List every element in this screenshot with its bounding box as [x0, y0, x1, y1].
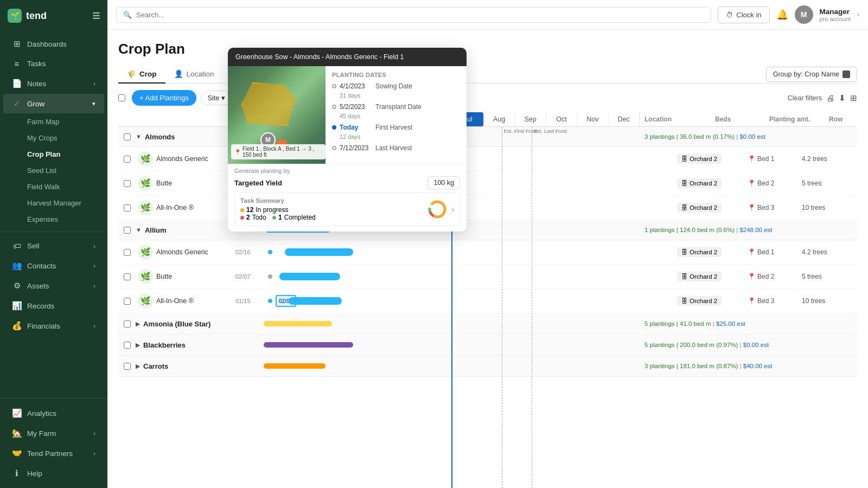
location-icon: 🗄	[681, 156, 688, 162]
group-name-blackberries: Blackberries	[143, 341, 186, 349]
location-tag: 🗄 Orchard 2	[677, 296, 722, 306]
bar-dot	[268, 274, 272, 279]
sidebar-item-my-farm[interactable]: 🏡 My Farm ›	[3, 423, 104, 443]
user-menu-chevron[interactable]: ›	[857, 11, 859, 18]
planting-name: Almonds Generic	[156, 155, 208, 163]
task-counts: Task Summary 12 In progress 2 Todo 1 Com…	[240, 197, 423, 221]
tooltip-task-summary[interactable]: Task Summary 12 In progress 2 Todo 1 Com…	[234, 192, 460, 226]
sidebar-item-label: Sell	[27, 242, 40, 250]
sidebar-item-sell[interactable]: 🏷 Sell ›	[3, 236, 104, 255]
tab-location[interactable]: 👤 Location	[165, 65, 223, 84]
clear-filters-link[interactable]: Clear filters	[788, 94, 822, 102]
sidebar-menu-icon[interactable]: ☰	[92, 11, 100, 21]
search-box[interactable]: 🔍	[116, 7, 711, 23]
clock-label: Clock in	[736, 11, 761, 19]
group-bar-amsonia	[264, 321, 332, 326]
search-input[interactable]	[136, 11, 704, 19]
sidebar-subitem-label: My Crops	[27, 134, 58, 142]
group-header-blackberries: ▶ Blackberries 5 plantings | 200.0 bed m…	[118, 335, 857, 356]
sidebar-subitem-label: Seed List	[27, 166, 56, 175]
group-collapse-allium[interactable]: ▼	[136, 227, 142, 233]
location-icon: 🗄	[681, 180, 688, 187]
group-checkbox-almonds[interactable]	[124, 133, 131, 140]
sidebar-item-crop-plan[interactable]: Crop Plan	[3, 146, 104, 162]
tooltip-right-panel: Planting Dates 4/1/2023 Sowing Date 31 d…	[326, 66, 467, 164]
row-checkbox[interactable]	[124, 204, 131, 211]
sidebar-item-label: Analytics	[27, 409, 56, 418]
sidebar-item-records[interactable]: 📊 Records	[3, 296, 104, 316]
filter-label: Site	[208, 94, 220, 102]
sidebar-item-farm-map[interactable]: Farm Map	[3, 114, 104, 130]
group-checkbox-allium[interactable]	[124, 227, 131, 234]
group-checkbox-blackberries[interactable]	[124, 342, 131, 349]
sidebar-item-harvest-manager[interactable]: Harvest Manager	[3, 195, 104, 211]
row-checkbox[interactable]	[124, 249, 131, 256]
group-checkbox-amsonia[interactable]	[124, 320, 131, 328]
sidebar-item-seed-list[interactable]: Seed List	[3, 163, 104, 178]
clock-in-button[interactable]: ⏱ Clock in	[718, 7, 769, 23]
group-info-blue: $0.00 est	[739, 133, 765, 140]
group-by-button[interactable]: Group by: Crop Name	[766, 67, 857, 82]
group-collapse-almonds[interactable]: ▼	[136, 133, 142, 140]
group-checkbox-carrots[interactable]	[124, 363, 131, 370]
planting-bar-allium-1[interactable]	[285, 248, 353, 256]
crop-icon: 🌿	[138, 200, 153, 215]
sidebar-item-field-walk[interactable]: Field Walk	[3, 179, 104, 195]
sidebar-item-assets[interactable]: ⚙ Assets ›	[3, 276, 104, 296]
sidebar-item-notes[interactable]: 📄 Notes ›	[3, 74, 104, 93]
group-collapse-blackberries[interactable]: ▶	[136, 342, 140, 349]
columns-icon[interactable]: ⊞	[850, 93, 857, 103]
completed-count: 1	[278, 214, 282, 221]
tend-partners-expand-icon: ›	[93, 450, 95, 457]
first-harvest-label: First Harvest	[375, 124, 412, 131]
group-collapse-amsonia[interactable]: ▶	[136, 320, 140, 328]
row-checkbox[interactable]	[124, 156, 131, 163]
planting-bar-allium-3[interactable]	[289, 297, 342, 305]
sidebar-item-grow[interactable]: ✓ Grow ▾	[3, 94, 104, 113]
my-farm-icon: 🏡	[12, 428, 22, 438]
sidebar-item-label: Notes	[27, 80, 46, 88]
sidebar-item-contacts[interactable]: 👥 Contacts ›	[3, 256, 104, 275]
planting-date-sowing: 4/1/2023 Sowing Date	[332, 82, 460, 90]
group-info-carrots: 3 plantings | 181.0 bed m (0.87%) | $40.…	[640, 361, 857, 371]
location-cell: 🗄 Orchard 2	[673, 203, 743, 213]
sidebar-item-expenses[interactable]: Expenses	[3, 211, 104, 227]
location-value: Orchard 2	[690, 180, 717, 187]
add-plantings-button[interactable]: + Add Plantings	[132, 90, 196, 106]
row-checkbox[interactable]	[124, 273, 131, 280]
first-harvest-date: Today	[340, 124, 372, 131]
planting-bar-allium-2[interactable]	[279, 273, 340, 280]
contacts-expand-icon: ›	[93, 262, 95, 269]
sidebar-item-help[interactable]: ℹ Help	[3, 464, 104, 483]
col-header-location: Location	[640, 112, 711, 126]
notes-expand-icon: ›	[93, 80, 95, 87]
task-counts-row2: 2 Todo 1 Completed	[240, 214, 423, 221]
tab-crop[interactable]: 🌾 Crop	[118, 65, 165, 84]
notes-icon: 📄	[12, 79, 22, 88]
print-icon[interactable]: 🖨	[826, 93, 834, 103]
location-icon: 🗄	[681, 249, 688, 255]
notification-icon[interactable]: 🔔	[776, 9, 788, 21]
in-progress-count: 12	[246, 206, 253, 214]
tooltip-map-image: M 📍 Field 1 , Block A , Bed 1 → 3 , 150 …	[228, 66, 326, 164]
in-progress-dot	[240, 208, 244, 212]
select-all-checkbox[interactable]	[118, 94, 125, 101]
crop-icon: 🌿	[138, 245, 153, 260]
sidebar-item-tasks[interactable]: ≡ Tasks	[3, 54, 104, 73]
sidebar-item-label: Assets	[27, 282, 49, 290]
sidebar-item-my-crops[interactable]: My Crops	[3, 130, 104, 146]
amount-cell: 5 trees	[797, 273, 857, 280]
sidebar-item-analytics[interactable]: 📈 Analytics	[3, 403, 104, 423]
sidebar-item-dashboards[interactable]: ⊞ Dashboards	[3, 34, 104, 54]
crop-group-amsonia: ▶ Amsonia (Blue Star) 5 plantings | 41.0…	[118, 313, 857, 335]
sidebar-item-tend-partners[interactable]: 🤝 Tend Partners ›	[3, 444, 104, 463]
download-icon[interactable]: ⬇	[839, 93, 846, 103]
help-icon: ℹ	[12, 468, 22, 478]
row-checkbox[interactable]	[124, 298, 131, 305]
bed-pin-icon: 📍	[748, 155, 756, 163]
sell-icon: 🏷	[12, 241, 22, 251]
group-collapse-carrots[interactable]: ▶	[136, 363, 140, 370]
sowing-dot	[332, 84, 336, 88]
sidebar-item-financials[interactable]: 💰 Financials ›	[3, 316, 104, 336]
row-checkbox[interactable]	[124, 180, 131, 187]
